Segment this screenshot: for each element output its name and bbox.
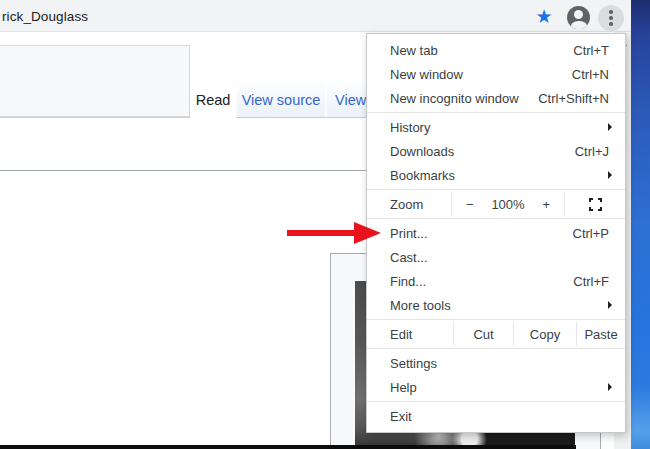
address-bar-text[interactable]: rick_Douglass bbox=[2, 9, 88, 24]
browser-toolbar: rick_Douglass ★ bbox=[0, 0, 631, 32]
zoom-controls: − 100% + bbox=[451, 192, 564, 216]
menu-separator bbox=[367, 319, 625, 320]
submenu-arrow-icon bbox=[608, 171, 612, 179]
menu-item-label: Print... bbox=[390, 226, 573, 241]
menu-item-shortcut: Ctrl+P bbox=[573, 226, 609, 241]
zoom-in-button[interactable]: + bbox=[542, 197, 550, 212]
menu-separator bbox=[367, 189, 625, 190]
zoom-out-button[interactable]: − bbox=[466, 197, 474, 212]
menu-item-label: History bbox=[390, 120, 608, 135]
bottom-edge-band bbox=[0, 445, 576, 449]
menu-item-new-incognito-window[interactable]: New incognito window Ctrl+Shift+N bbox=[367, 86, 625, 110]
menu-item-more-tools[interactable]: More tools bbox=[367, 293, 625, 317]
menu-item-label: Bookmarks bbox=[390, 168, 608, 183]
menu-item-label: Exit bbox=[390, 409, 609, 424]
menu-item-label: Cast... bbox=[390, 250, 609, 265]
menu-item-edit: Edit Cut Copy Paste bbox=[367, 322, 625, 346]
menu-item-label: Settings bbox=[390, 356, 609, 371]
edit-label: Edit bbox=[367, 322, 453, 346]
fullscreen-button[interactable] bbox=[564, 192, 625, 216]
menu-separator bbox=[367, 218, 625, 219]
menu-item-downloads[interactable]: Downloads Ctrl+J bbox=[367, 139, 625, 163]
menu-item-label: Find... bbox=[390, 274, 573, 289]
screenshot-root: Read View source View rick_Douglass ★ Ne… bbox=[0, 0, 650, 449]
menu-item-shortcut: Ctrl+J bbox=[575, 144, 609, 159]
submenu-arrow-icon bbox=[608, 123, 612, 131]
menu-item-settings[interactable]: Settings bbox=[367, 351, 625, 375]
menu-item-label: New window bbox=[390, 67, 572, 82]
menu-item-shortcut: Ctrl+T bbox=[573, 43, 609, 58]
annotation-arrow-icon bbox=[287, 222, 381, 244]
menu-item-print[interactable]: Print... Ctrl+P bbox=[367, 221, 625, 245]
page-header-box bbox=[0, 45, 190, 117]
menu-item-cast[interactable]: Cast... bbox=[367, 245, 625, 269]
menu-item-label: Help bbox=[390, 380, 608, 395]
menu-item-shortcut: Ctrl+F bbox=[573, 274, 609, 289]
menu-separator bbox=[367, 348, 625, 349]
desktop-background-strip bbox=[631, 0, 650, 449]
chrome-menu: New tab Ctrl+T New window Ctrl+N New inc… bbox=[366, 33, 626, 433]
cut-button[interactable]: Cut bbox=[453, 322, 513, 346]
zoom-level: 100% bbox=[491, 197, 524, 212]
profile-avatar-icon[interactable] bbox=[567, 6, 590, 29]
zoom-label: Zoom bbox=[367, 192, 451, 216]
menu-item-new-tab[interactable]: New tab Ctrl+T bbox=[367, 38, 625, 62]
tab-read[interactable]: Read bbox=[190, 82, 236, 118]
menu-item-label: Downloads bbox=[390, 144, 575, 159]
submenu-arrow-icon bbox=[608, 383, 612, 391]
menu-separator bbox=[367, 401, 625, 402]
menu-item-history[interactable]: History bbox=[367, 115, 625, 139]
paste-button[interactable]: Paste bbox=[576, 322, 625, 346]
menu-item-label: New tab bbox=[390, 43, 573, 58]
copy-button[interactable]: Copy bbox=[513, 322, 576, 346]
menu-item-shortcut: Ctrl+Shift+N bbox=[538, 91, 609, 106]
menu-item-find[interactable]: Find... Ctrl+F bbox=[367, 269, 625, 293]
menu-separator bbox=[367, 112, 625, 113]
bookmark-star-icon[interactable]: ★ bbox=[531, 3, 557, 29]
menu-item-shortcut: Ctrl+N bbox=[572, 67, 609, 82]
menu-item-bookmarks[interactable]: Bookmarks bbox=[367, 163, 625, 187]
tab-view-source[interactable]: View source bbox=[237, 82, 325, 117]
menu-dots-icon[interactable] bbox=[598, 5, 624, 31]
menu-item-help[interactable]: Help bbox=[367, 375, 625, 399]
submenu-arrow-icon bbox=[608, 301, 612, 309]
menu-item-label: More tools bbox=[390, 298, 608, 313]
fullscreen-icon bbox=[589, 198, 602, 211]
menu-item-new-window[interactable]: New window Ctrl+N bbox=[367, 62, 625, 86]
menu-item-exit[interactable]: Exit bbox=[367, 404, 625, 428]
menu-item-zoom: Zoom − 100% + bbox=[367, 192, 625, 216]
menu-item-label: New incognito window bbox=[390, 91, 538, 106]
